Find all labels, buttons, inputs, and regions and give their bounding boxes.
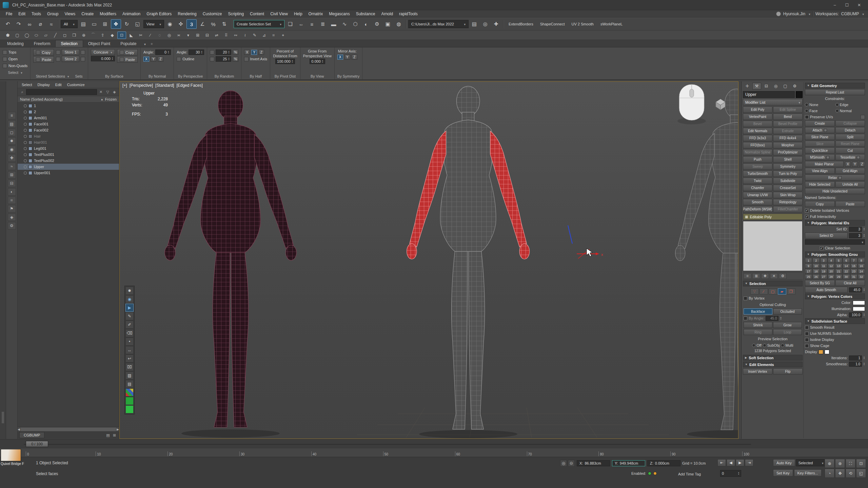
show-end-result-icon[interactable]: ≣ [752,273,760,279]
vp-layers-icon[interactable]: ▤ [125,380,134,388]
material-name-dropdown[interactable] [805,239,865,245]
store-2-button[interactable]: Store 2 [62,56,79,62]
auto-smooth-button[interactable]: Auto Smooth [805,287,848,293]
maximize-button[interactable]: ☐ [841,0,853,10]
panel-footer-by-symmetry[interactable]: By Symmetry [337,73,359,79]
half-axis-z-toggle[interactable]: Z [258,50,264,55]
vp-visibility-icon[interactable]: ◉ [125,295,134,303]
smoothing-group-button[interactable]: 13 [835,263,842,268]
tool-mirror-icon[interactable]: ⇌ [212,32,221,39]
menu-item[interactable]: Arnold [378,11,396,17]
smoothing-group-button[interactable]: 27 [820,274,827,279]
insert-vertex-button[interactable]: Insert Vertex [743,368,772,374]
modifier-button[interactable]: Bevel [743,121,772,127]
tool-sphere-icon[interactable]: ◯ [22,32,31,39]
hierarchy-tab-icon[interactable]: ⊟ [762,83,771,89]
modifier-button[interactable]: TurboSmooth [743,170,772,177]
model-left-figure[interactable] [165,90,297,427]
select-and-move-icon[interactable]: ✥ [111,19,121,29]
occluded-button[interactable]: Occluded [773,308,802,314]
select-and-link-icon[interactable]: ∞ [24,19,35,29]
lock-filter-icon[interactable]: ◈ [112,89,117,95]
vp-airbrush-icon[interactable]: ✐ [125,321,134,329]
smoothing-group-button[interactable]: 29 [835,274,842,279]
tool-paint-icon[interactable]: ✎ [250,32,259,39]
edit-geometry-button[interactable]: Hide Unselected [805,188,865,194]
rollout-vertex-colors[interactable]: ▼Polygon: Vertex Colors [805,293,865,299]
close-button[interactable]: ✕ [853,0,865,10]
smoothing-group-button[interactable]: 15 [850,263,857,268]
spinner-snap-icon[interactable]: ⇅ [219,19,229,29]
rollout-selection[interactable]: ▼Selection [743,281,803,286]
element-subobject-icon[interactable]: ❒ [787,288,795,294]
scene-object-row[interactable]: 1 [18,103,119,109]
constraint-radio[interactable]: Face [805,108,835,114]
make-planar-x-button[interactable]: X [845,162,851,167]
make-planar-y-button[interactable]: Y [852,162,858,167]
modifier-button[interactable]: VertexPaint [743,114,772,120]
visibility-dot-icon[interactable] [24,135,27,138]
make-planar-button[interactable]: Make Planar [805,161,844,167]
coordinate-y-field[interactable]: Y:949.948cm [612,460,645,466]
random-count-spinner[interactable]: 25▲▼ [216,56,231,62]
vp-dot-icon[interactable]: • [125,338,134,346]
smoothing-group-button[interactable]: 22 [843,269,850,274]
visibility-dot-icon[interactable] [24,171,27,175]
explorer-sort-icon[interactable]: ≡ [8,112,16,119]
edit-geometry-checkbox-row[interactable]: Full Interactivity [805,214,865,219]
tool-polygon-icon[interactable]: ⬟ [3,32,12,39]
mirror-axis-x-toggle[interactable]: X [337,55,343,60]
backface-button[interactable]: Backface [744,308,772,314]
copy-selection-button[interactable]: Copy [33,49,54,56]
orbit-icon[interactable]: ⟲ [846,469,855,478]
modifier-button[interactable]: FFD 4x4x4 [773,135,803,141]
explorer-settings-icon[interactable]: ⚙ [8,222,16,229]
menu-item[interactable]: Ornatrix [305,11,326,17]
tool-box-icon[interactable]: ▢ [13,32,22,39]
auto-smooth-value[interactable]: 45.0 [849,287,862,292]
vp-lamp-icon[interactable]: ✹ [125,287,134,295]
edit-geometry-button[interactable]: Detach [835,127,865,133]
random-count-button[interactable]: % [233,57,238,62]
modifier-button[interactable]: Turn to Poly [773,170,803,177]
smoothing-group-button[interactable]: 17 [805,269,812,274]
ribbon-tab[interactable]: Object Paint [83,40,115,47]
display-lights-icon[interactable]: ✹ [8,137,16,145]
tool-slice-icon[interactable]: ∕ [146,32,155,39]
lock-explorer-icon[interactable]: ◈ [8,214,16,221]
smoothing-group-button[interactable]: 21 [835,269,842,274]
rendered-frame-window-icon[interactable]: ▣ [383,19,393,29]
display-xrefs-icon[interactable]: ⊟ [8,180,16,187]
tool-attach-icon[interactable]: ⊞ [193,32,202,39]
add-icon[interactable]: ✚ [491,19,501,29]
by-angle-checkbox[interactable] [744,317,747,320]
scene-object-row[interactable]: TextPlus001 [18,151,119,158]
named-selection-button[interactable]: Copy [805,201,835,207]
display-shapes-icon[interactable]: ◻ [8,129,16,136]
visibility-dot-icon[interactable] [24,153,27,156]
tool-measure-icon[interactable]: ⊿ [260,32,269,39]
modifier-button[interactable]: FilletChamfer [773,206,803,212]
smoothing-group-button[interactable]: 18 [812,269,820,274]
play-button[interactable]: ▶ [736,459,744,466]
modifier-button[interactable]: FFD(box) [743,142,772,148]
subdivision-checkbox-row[interactable]: Isoline Display [805,337,865,342]
cage-selected-color-swatch[interactable] [825,350,829,354]
zoom-icon[interactable]: ⊕ [825,459,834,468]
smoothing-group-button[interactable]: 4 [828,258,835,263]
filter-icon[interactable]: ▽ [105,89,111,95]
viewport-menu-edged[interactable]: [Edged Faces] [176,83,202,88]
half-axis-x-toggle[interactable]: X [244,50,250,55]
zoom-extents-icon[interactable]: ⛶ [846,459,855,468]
visibility-dot-icon[interactable] [24,159,27,162]
smoothing-group-button[interactable]: 11 [820,263,827,268]
modifier-stack-list[interactable] [743,221,803,271]
scene-object-row[interactable]: Upper [18,164,119,170]
modifier-button[interactable]: Skin Wrap [773,192,803,198]
panel-footer-by-view[interactable]: By View [303,73,332,79]
constraint-radio[interactable]: Normal [835,108,865,114]
menu-item[interactable]: Graph Editors [143,11,175,17]
mirror-axis-y-toggle[interactable]: Y [344,55,350,60]
panel-footer-by-pivot[interactable]: By Pivot Dist [273,73,297,79]
preview-selection-radio[interactable]: SubObj [763,343,780,348]
